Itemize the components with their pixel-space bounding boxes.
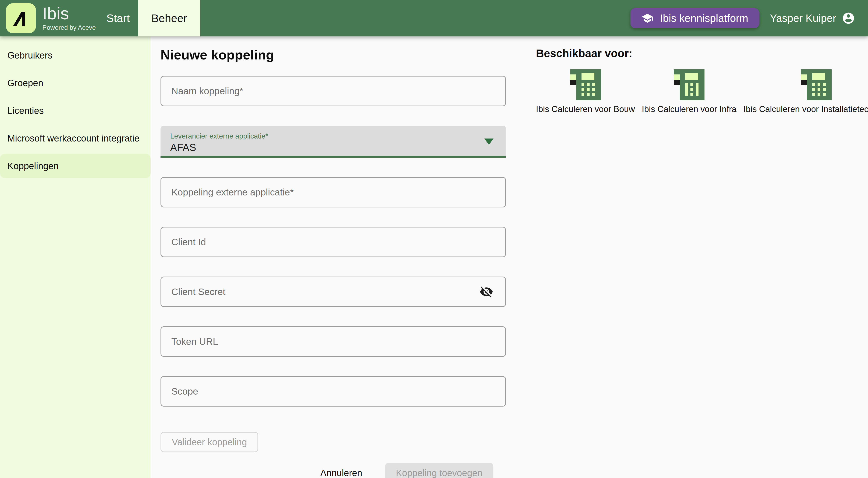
ibis-logo-glyph: [10, 8, 32, 29]
koppeling-externe-applicatie-input[interactable]: [161, 178, 505, 207]
calculator-grid-icon: [801, 69, 832, 100]
token-url-input[interactable]: [161, 327, 505, 356]
select-underline: [160, 156, 506, 158]
tab-start-label: Start: [106, 12, 130, 25]
sidebar-item-groepen[interactable]: Groepen: [0, 69, 151, 97]
brand-wordmark: Ibis Powered by Aceve: [42, 5, 96, 31]
available-apps: Ibis Calculeren voor Bouw Ibis Calculere…: [536, 69, 868, 114]
ibis-logo-icon: [6, 3, 36, 33]
kennisplatform-label: Ibis kennisplatform: [660, 12, 748, 24]
scope-field: [160, 376, 506, 407]
validate-koppeling-button[interactable]: Valideer koppeling: [160, 432, 258, 452]
powered-by-label: Powered by Aceve: [42, 24, 96, 31]
toggle-visibility-button[interactable]: [479, 285, 493, 299]
sidebar-item-label: Groepen: [7, 78, 43, 88]
sidebar-item-label: Koppelingen: [7, 161, 59, 171]
client-secret-field: [160, 276, 506, 307]
sidebar-item-koppelingen[interactable]: Koppelingen: [0, 152, 151, 180]
header: Ibis Powered by Aceve Start Beheer Ibis …: [0, 0, 868, 36]
app-ibis-calculeren-voor-bouw: Ibis Calculeren voor Bouw: [536, 69, 635, 114]
app-name: Ibis Calculeren voor Bouw: [536, 104, 635, 114]
app-name: Ibis Calculeren voor Infra: [642, 104, 737, 114]
sidebar-item-microsoft-werkaccount-integratie[interactable]: Microsoft werkaccount integratie: [0, 124, 151, 152]
add-koppeling-button[interactable]: Koppeling toevoegen: [385, 463, 493, 478]
new-koppeling-form: Nieuwe koppeling Leverancier externe app…: [160, 47, 506, 478]
app-name: Ibis Calculeren voor Installatietechniek: [743, 104, 868, 114]
koppeling-externe-applicatie-field: [160, 177, 506, 207]
page-title: Nieuwe koppeling: [160, 47, 506, 62]
naam-koppeling-input[interactable]: [161, 77, 505, 106]
visibility-off-icon: [479, 285, 493, 299]
sidebar-item-label: Microsoft werkaccount integratie: [7, 133, 140, 144]
tab-beheer[interactable]: Beheer: [138, 0, 200, 36]
graduation-cap-icon: [641, 12, 653, 24]
leverancier-select-value: AFAS: [170, 142, 196, 153]
client-id-input[interactable]: [161, 228, 505, 257]
naam-koppeling-field: [160, 76, 506, 106]
cancel-button[interactable]: Annuleren: [320, 468, 362, 478]
sidebar-item-licenties[interactable]: Licenties: [0, 97, 151, 124]
tab-beheer-label: Beheer: [151, 12, 187, 25]
calculator-grid-icon: [570, 69, 601, 100]
kennisplatform-button[interactable]: Ibis kennisplatform: [630, 8, 759, 28]
app-ibis-calculeren-voor-installatietechniek: Ibis Calculeren voor Installatietechniek: [743, 69, 868, 114]
scope-input[interactable]: [161, 377, 505, 406]
available-for-panel: Beschikbaar voor: Ibis Calculeren voor B…: [536, 47, 868, 114]
calculator-bars-icon: [674, 69, 705, 100]
token-url-field: [160, 326, 506, 357]
dropdown-arrow-icon: [484, 139, 494, 145]
tab-start[interactable]: Start: [98, 0, 138, 36]
sidebar-item-label: Licenties: [7, 106, 44, 116]
leverancier-select-label: Leverancier externe applicatie*: [170, 132, 268, 140]
user-name[interactable]: Yasper Kuiper: [770, 12, 836, 24]
app-ibis-calculeren-voor-infra: Ibis Calculeren voor Infra: [642, 69, 737, 114]
client-id-field: [160, 227, 506, 257]
form-actions: Annuleren Koppeling toevoegen: [160, 463, 506, 478]
sidebar: Gebruikers Groepen Licenties Microsoft w…: [0, 36, 152, 478]
user-menu: Yasper Kuiper: [770, 11, 855, 25]
sidebar-item-label: Gebruikers: [7, 50, 53, 61]
sidebar-item-gebruikers[interactable]: Gebruikers: [0, 41, 151, 69]
brand-title: Ibis: [42, 5, 96, 22]
leverancier-select[interactable]: Leverancier externe applicatie* AFAS: [160, 126, 506, 158]
client-secret-input[interactable]: [161, 277, 505, 306]
available-for-title: Beschikbaar voor:: [536, 47, 868, 60]
account-circle-icon[interactable]: [842, 11, 855, 25]
